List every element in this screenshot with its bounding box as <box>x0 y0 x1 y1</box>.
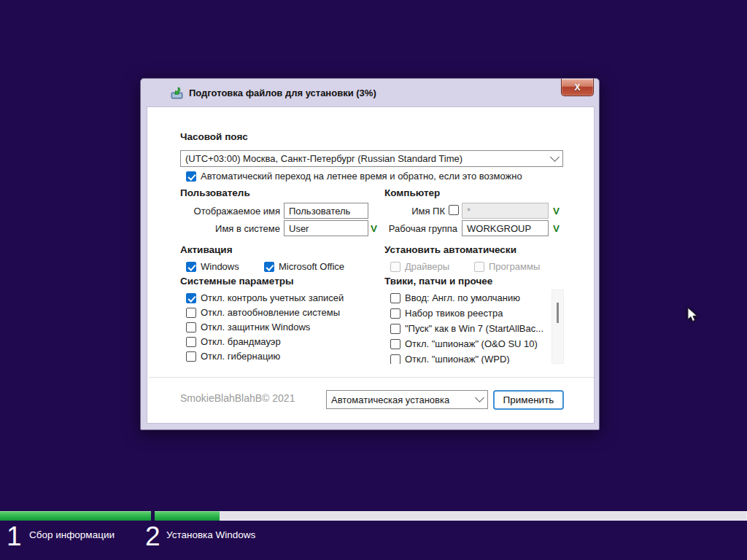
install-arrow-icon <box>171 87 183 99</box>
desktop: { "dialog": { "title": "Подготовка файло… <box>0 0 747 560</box>
close-button[interactable]: X <box>561 79 594 96</box>
pc-name-input: * <box>462 203 549 219</box>
activation-windows-checkbox[interactable] <box>186 262 196 272</box>
dst-checkbox[interactable] <box>186 171 196 182</box>
tweak-startmenu-checkbox[interactable] <box>390 324 400 334</box>
step1-label: Сбор информации <box>29 529 115 540</box>
step2-progress-bar <box>155 511 747 521</box>
dialog-titlebar[interactable]: Подготовка файлов для установки (3%) X <box>141 79 599 106</box>
tweak-oosu-checkbox[interactable] <box>390 339 400 349</box>
dialog-title: Подготовка файлов для установки (3%) <box>189 88 376 98</box>
workgroup-valid-mark: V <box>553 223 560 234</box>
tweaks-scrollbar-thumb[interactable] <box>557 303 559 323</box>
tweak-registry-row[interactable]: Набор твиков реестра <box>390 308 503 319</box>
tweak-wpd-checkbox[interactable] <box>390 354 400 365</box>
close-icon: X <box>574 82 580 93</box>
install-mode-select[interactable]: Автоматическая установка <box>326 390 488 409</box>
sysparam-hibernate-row[interactable]: Откл. гибернацию <box>186 351 280 362</box>
sysparam-uac-checkbox[interactable] <box>186 293 196 303</box>
tweaks-scrollbar[interactable] <box>551 289 564 364</box>
sysparam-defender-row[interactable]: Откл. защитник Windows <box>186 322 310 332</box>
sysparam-firewall-checkbox[interactable] <box>186 337 196 347</box>
activation-header: Активация <box>180 244 233 255</box>
footer-divider <box>149 377 594 378</box>
pc-name-valid-mark: V <box>553 206 560 217</box>
installer-dialog: Подготовка файлов для установки (3%) X Ч… <box>140 78 600 430</box>
auto-install-drivers-row: Драйверы <box>390 261 449 272</box>
step1-progress-bar <box>0 511 151 521</box>
dialog-content: Часовой пояс (UTC+03:00) Москва, Санкт-П… <box>147 106 595 424</box>
install-mode-selected-value: Автоматическая установка <box>331 394 449 405</box>
apply-button[interactable]: Применить <box>493 390 564 410</box>
sysparam-update-checkbox[interactable] <box>186 308 196 318</box>
auto-install-programs-row: Программы <box>474 261 540 272</box>
tweak-input-lang-row[interactable]: Ввод: Англ. по умолчанию <box>390 292 520 303</box>
display-name-input[interactable]: Пользователь <box>284 203 368 219</box>
activation-windows-row[interactable]: Windows <box>186 261 239 272</box>
timezone-selected-value: (UTC+03:00) Москва, Санкт-Петербург (Rus… <box>185 153 462 164</box>
sysparam-uac-row[interactable]: Откл. контроль учетных записей <box>186 292 344 303</box>
drivers-checkbox <box>390 262 400 272</box>
auto-install-header: Установить автоматически <box>384 244 516 255</box>
timezone-select[interactable]: (UTC+03:00) Москва, Санкт-Петербург (Rus… <box>180 150 563 167</box>
tweak-startmenu-row[interactable]: "Пуск" как в Win 7 (StartAllBac... <box>390 323 543 334</box>
tweak-input-lang-checkbox[interactable] <box>390 293 400 303</box>
dst-label: Автоматический переход на летнее время и… <box>201 171 522 182</box>
workgroup-input[interactable]: WORKGROUP <box>462 220 549 236</box>
tweak-wpd-row[interactable]: Откл. "шпионаж" (WPD) <box>390 354 510 364</box>
mouse-cursor <box>686 307 700 323</box>
step2-progress-track <box>155 511 747 521</box>
sysparam-firewall-row[interactable]: Откл. брандмауэр <box>186 336 281 347</box>
computer-header: Компьютер <box>384 187 440 198</box>
display-name-label: Отображаемое имя <box>180 206 280 217</box>
pc-name-label: Имя ПК <box>366 206 445 217</box>
system-params-header: Системные параметры <box>180 276 294 287</box>
programs-checkbox <box>474 262 484 272</box>
step1-number: 1 <box>7 521 22 553</box>
pc-name-checkbox[interactable] <box>449 205 459 215</box>
step1-progress-fill <box>0 511 151 521</box>
step2-label: Установка Windows <box>166 529 255 540</box>
step2-number: 2 <box>145 521 160 553</box>
dst-checkbox-row[interactable]: Автоматический переход на летнее время и… <box>186 171 522 182</box>
sysparam-update-row[interactable]: Откл. автообновление системы <box>186 307 340 318</box>
chevron-down-icon <box>475 393 484 402</box>
user-header: Пользователь <box>180 187 250 198</box>
activation-office-checkbox[interactable] <box>264 262 274 272</box>
sysparam-hibernate-checkbox[interactable] <box>186 351 196 362</box>
system-name-label: Имя в системе <box>180 223 280 234</box>
tweaks-list: Ввод: Англ. по умолчанию Набор твиков ре… <box>384 291 546 364</box>
step2-progress-fill <box>155 511 220 521</box>
tweaks-header: Твики, патчи и прочее <box>384 276 492 287</box>
sysparam-defender-checkbox[interactable] <box>186 322 196 332</box>
tweak-registry-checkbox[interactable] <box>390 308 400 319</box>
activation-office-row[interactable]: Microsoft Office <box>264 261 344 272</box>
system-name-input[interactable]: User <box>284 220 368 236</box>
workgroup-label: Рабочая группа <box>366 223 457 234</box>
timezone-header: Часовой пояс <box>180 131 248 142</box>
copyright-text: SmokieBlahBlahB© 2021 <box>180 389 295 408</box>
chevron-down-icon <box>550 152 560 162</box>
tweak-oosu-row[interactable]: Откл. "шпионаж" (O&O SU 10) <box>390 338 538 349</box>
